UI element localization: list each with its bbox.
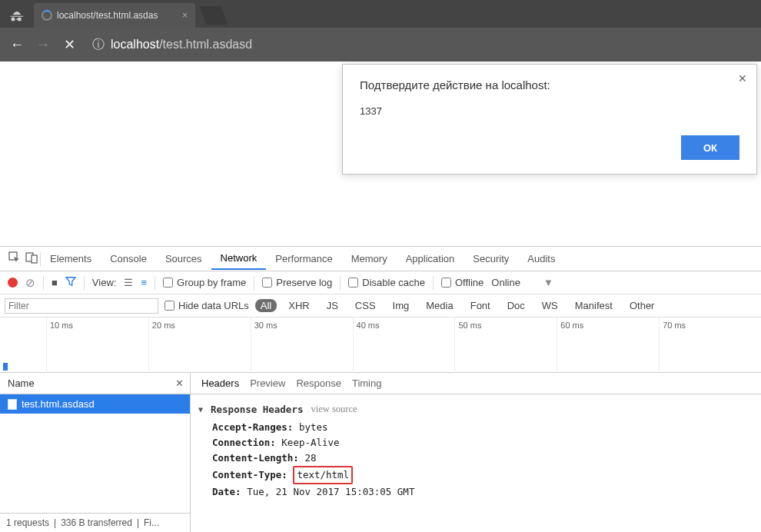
tab-performance[interactable]: Performance [266, 248, 341, 269]
request-list: Name ✕ test.html.asdasd 1 requests| 336 … [0, 373, 191, 532]
tab-application[interactable]: Application [397, 248, 464, 269]
tab-title: localhost/test.html.asdas [57, 10, 178, 21]
file-icon [8, 399, 17, 410]
reload-stop-button[interactable]: ✕ [61, 36, 77, 53]
header-row: Accept-Ranges: bytes [212, 420, 753, 435]
filter-type-ws[interactable]: WS [537, 299, 563, 312]
request-row[interactable]: test.html.asdasd [0, 394, 190, 414]
triangle-down-icon: ▼ [198, 405, 203, 414]
dialog-close-icon[interactable]: ✕ [738, 72, 747, 85]
filter-type-xhr[interactable]: XHR [283, 299, 314, 312]
request-name: test.html.asdasd [22, 398, 95, 410]
detail-subtabs: Headers Preview Response Timing [191, 373, 761, 394]
filter-type-all[interactable]: All [255, 299, 277, 312]
forward-button[interactable]: → [35, 37, 51, 53]
svg-rect-2 [32, 255, 37, 263]
name-column-header[interactable]: Name ✕ [0, 373, 190, 394]
subtab-preview[interactable]: Preview [250, 377, 285, 389]
request-detail: Headers Preview Response Timing ▼ Respon… [191, 373, 761, 532]
timeline-marker [3, 363, 8, 371]
hide-data-urls-checkbox[interactable]: Hide data URLs [164, 300, 249, 311]
navigation-bar: ← → ✕ ⓘ localhost/test.html.asdasd [0, 28, 761, 62]
devtools-panel: Elements Console Sources Network Perform… [0, 246, 761, 532]
capture-screenshots-icon[interactable]: ■ [52, 277, 58, 288]
filter-type-js[interactable]: JS [321, 299, 344, 312]
header-row: Content-Length: 28 [212, 451, 753, 466]
record-button[interactable] [8, 278, 18, 288]
filter-type-font[interactable]: Font [465, 299, 496, 312]
filter-type-img[interactable]: Img [387, 299, 415, 312]
incognito-icon [6, 8, 28, 23]
dialog-title: Подтвердите действие на localhost: [360, 78, 739, 91]
back-button[interactable]: ← [9, 37, 25, 53]
view-source-link[interactable]: view source [311, 404, 357, 415]
throttling-select[interactable]: Online [491, 277, 520, 288]
preserve-log-checkbox[interactable]: Preserve log [262, 277, 332, 288]
response-headers-section[interactable]: ▼ Response Headers view source [198, 404, 753, 415]
tab-sources[interactable]: Sources [156, 248, 211, 269]
filter-type-manifest[interactable]: Manifest [570, 299, 618, 312]
offline-checkbox[interactable]: Offline [441, 277, 484, 288]
tab-security[interactable]: Security [464, 248, 518, 269]
page-content: ✕ Подтвердите действие на localhost: 133… [0, 62, 761, 246]
subtab-headers[interactable]: Headers [201, 377, 239, 389]
tab-console[interactable]: Console [101, 248, 156, 269]
url-text: localhost/test.html.asdasd [111, 38, 252, 52]
new-tab-button[interactable] [200, 6, 228, 25]
inspect-icon[interactable] [6, 251, 23, 266]
filter-input[interactable] [5, 298, 158, 314]
dialog-ok-button[interactable]: ОК [681, 135, 739, 160]
group-by-frame-checkbox[interactable]: Group by frame [163, 277, 246, 288]
filter-type-media[interactable]: Media [420, 299, 458, 312]
waterfall-view-icon[interactable]: ≡ [141, 277, 147, 288]
dialog-message: 1337 [360, 105, 739, 117]
network-filter-bar: Hide data URLs All XHR JS CSS Img Media … [0, 294, 761, 318]
loading-spinner-icon [42, 10, 52, 21]
close-detail-icon[interactable]: ✕ [175, 377, 184, 389]
large-rows-icon[interactable]: ☰ [124, 277, 133, 288]
filter-type-other[interactable]: Other [624, 299, 660, 312]
highlighted-value: text/html [293, 466, 353, 484]
browser-tab[interactable]: localhost/test.html.asdas × [34, 3, 195, 28]
chevron-down-icon[interactable]: ▼ [543, 277, 553, 288]
network-toolbar: ⊘ ■ View: ☰ ≡ Group by frame Preserve lo… [0, 271, 761, 294]
network-status-bar: 1 requests| 336 B transferred| Fi... [0, 513, 190, 532]
header-row-content-type: Content-Type: text/html [212, 466, 753, 484]
tab-elements[interactable]: Elements [41, 248, 101, 269]
network-timeline[interactable]: 10 ms 20 ms 30 ms 40 ms 50 ms 60 ms 70 m… [0, 318, 761, 373]
tab-audits[interactable]: Audits [518, 248, 564, 269]
subtab-timing[interactable]: Timing [352, 377, 382, 389]
device-toolbar-icon[interactable] [23, 251, 40, 266]
subtab-response[interactable]: Response [296, 377, 341, 389]
javascript-dialog: ✕ Подтвердите действие на localhost: 133… [342, 64, 757, 175]
clear-button[interactable]: ⊘ [25, 276, 35, 290]
tab-memory[interactable]: Memory [342, 248, 397, 269]
close-tab-icon[interactable]: × [182, 10, 188, 21]
devtools-tabs: Elements Console Sources Network Perform… [0, 247, 761, 271]
header-row: Connection: Keep-Alive [212, 435, 753, 451]
view-label: View: [92, 277, 117, 288]
header-row: Date: Tue, 21 Nov 2017 15:03:05 GMT [212, 484, 753, 500]
address-bar[interactable]: ⓘ localhost/test.html.asdasd [88, 34, 752, 55]
site-info-icon[interactable]: ⓘ [92, 37, 105, 53]
disable-cache-checkbox[interactable]: Disable cache [348, 277, 425, 288]
filter-type-doc[interactable]: Doc [502, 299, 530, 312]
tab-strip: localhost/test.html.asdas × [0, 0, 761, 28]
filter-toggle-icon[interactable] [65, 276, 76, 289]
filter-type-css[interactable]: CSS [350, 299, 381, 312]
tab-network[interactable]: Network [211, 248, 267, 270]
